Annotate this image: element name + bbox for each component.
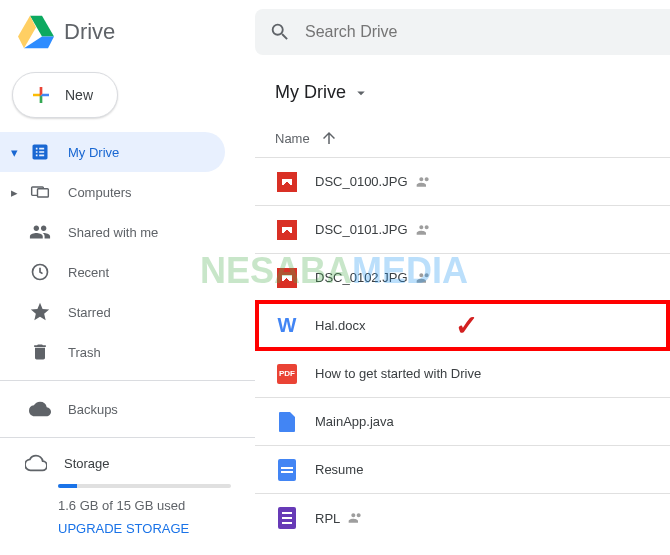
star-icon: [28, 300, 52, 324]
file-name: Hal.docx: [315, 318, 366, 333]
sidebar-item-starred[interactable]: Starred: [0, 292, 225, 332]
sidebar-item-recent[interactable]: Recent: [0, 252, 225, 292]
checkmark-annotation-icon: ✓: [455, 309, 478, 342]
sidebar-item-trash[interactable]: Trash: [0, 332, 225, 372]
divider: [0, 437, 255, 438]
file-row[interactable]: RPL: [255, 494, 670, 542]
nav-label: Starred: [68, 305, 111, 320]
form-file-icon: [275, 506, 299, 530]
shared-icon: [416, 270, 432, 286]
app-name: Drive: [64, 19, 115, 45]
search-input[interactable]: [305, 23, 670, 41]
new-button-label: New: [65, 87, 93, 103]
caret-down-icon: [352, 84, 370, 102]
breadcrumb-label: My Drive: [275, 82, 346, 103]
storage-section: Storage 1.6 GB of 15 GB used UPGRADE STO…: [0, 446, 255, 548]
word-file-icon: W: [275, 314, 299, 338]
trash-icon: [28, 340, 52, 364]
breadcrumb[interactable]: My Drive: [255, 82, 670, 103]
pdf-file-icon: PDF: [275, 362, 299, 386]
drive-logo-icon: [18, 14, 54, 50]
cloud-outline-icon: [24, 452, 48, 474]
sort-ascending-icon: [320, 129, 338, 147]
nav-label: Computers: [68, 185, 132, 200]
image-file-icon: [275, 218, 299, 242]
search-icon: [269, 21, 291, 43]
search-bar[interactable]: [255, 9, 670, 55]
drive-icon: [28, 140, 52, 164]
file-row[interactable]: Resume: [255, 446, 670, 494]
svg-rect-1: [38, 189, 49, 197]
file-name: DSC_0101.JPG: [315, 222, 408, 237]
cloud-filled-icon: [28, 397, 52, 421]
expand-toggle-icon[interactable]: ▸: [8, 185, 20, 200]
clock-icon: [28, 260, 52, 284]
doc-file-icon: [275, 458, 299, 482]
shared-icon: [416, 222, 432, 238]
nav-label: Recent: [68, 265, 109, 280]
shared-icon: [416, 174, 432, 190]
file-name: How to get started with Drive: [315, 366, 481, 381]
computers-icon: [28, 180, 52, 204]
file-name: DSC_0100.JPG: [315, 174, 408, 189]
file-name: DSC_0102.JPG: [315, 270, 408, 285]
storage-fill: [58, 484, 77, 488]
nav-label: My Drive: [68, 145, 119, 160]
sidebar-item-shared-with-me[interactable]: Shared with me: [0, 212, 225, 252]
file-row[interactable]: DSC_0101.JPG: [255, 206, 670, 254]
plus-icon: [29, 83, 53, 107]
nav-label: Trash: [68, 345, 101, 360]
file-row[interactable]: DSC_0102.JPG: [255, 254, 670, 302]
new-button[interactable]: New: [12, 72, 118, 118]
file-row[interactable]: DSC_0100.JPG: [255, 158, 670, 206]
file-row[interactable]: PDFHow to get started with Drive: [255, 350, 670, 398]
upgrade-storage-link[interactable]: UPGRADE STORAGE: [58, 521, 231, 536]
sidebar-item-computers[interactable]: ▸Computers: [0, 172, 225, 212]
sidebar-item-backups[interactable]: Backups: [0, 389, 225, 429]
storage-used-text: 1.6 GB of 15 GB used: [58, 498, 231, 513]
file-name: Resume: [315, 462, 363, 477]
people-icon: [28, 220, 52, 244]
image-file-icon: [275, 170, 299, 194]
image-file-icon: [275, 266, 299, 290]
file-name: MainApp.java: [315, 414, 394, 429]
divider: [0, 380, 255, 381]
file-name: RPL: [315, 511, 340, 526]
file-row[interactable]: MainApp.java: [255, 398, 670, 446]
file-file-icon: [275, 410, 299, 434]
column-header-name[interactable]: Name: [255, 119, 670, 158]
storage-bar: [58, 484, 231, 488]
sidebar-item-my-drive[interactable]: ▾My Drive: [0, 132, 225, 172]
file-row[interactable]: WHal.docx✓: [255, 302, 670, 350]
nav-label: Shared with me: [68, 225, 158, 240]
shared-icon: [348, 510, 364, 526]
storage-label-row[interactable]: Storage: [24, 452, 231, 474]
expand-toggle-icon[interactable]: ▾: [8, 145, 20, 160]
logo-section[interactable]: Drive: [0, 14, 255, 50]
